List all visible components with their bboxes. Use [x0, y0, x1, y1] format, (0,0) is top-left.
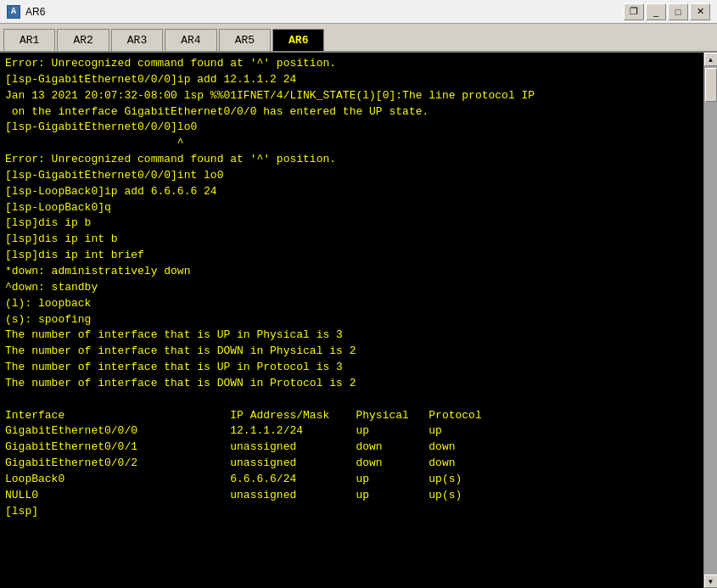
tab-ar4[interactable]: AR4 — [165, 29, 216, 51]
tab-bar: AR1 AR2 AR3 AR4 AR5 AR6 — [0, 24, 717, 53]
tab-ar2[interactable]: AR2 — [57, 29, 109, 51]
window-controls: ❐ _ □ ✕ — [624, 3, 710, 20]
terminal-wrapper: Error: Unrecognized command found at '^'… — [0, 53, 717, 588]
maximize-button[interactable]: □ — [668, 3, 688, 20]
tab-ar5[interactable]: AR5 — [219, 29, 271, 51]
tab-ar1[interactable]: AR1 — [3, 29, 55, 51]
tab-ar6[interactable]: AR6 — [272, 29, 324, 51]
restore-button[interactable]: ❐ — [624, 3, 644, 20]
scroll-up-button[interactable]: ▲ — [704, 53, 718, 66]
tab-ar3[interactable]: AR3 — [111, 29, 163, 51]
close-button[interactable]: ✕ — [690, 3, 710, 20]
scrollbar[interactable]: ▲ ▼ — [703, 53, 717, 588]
scroll-down-button[interactable]: ▼ — [704, 574, 718, 588]
app-icon: A — [7, 5, 20, 19]
title-bar: A AR6 ❐ _ □ ✕ — [0, 0, 717, 24]
window-title: AR6 — [25, 6, 624, 18]
scrollbar-thumb[interactable] — [705, 68, 717, 102]
terminal-output[interactable]: Error: Unrecognized command found at '^'… — [0, 53, 703, 588]
minimize-button[interactable]: _ — [646, 3, 666, 20]
scrollbar-track[interactable] — [704, 66, 717, 574]
